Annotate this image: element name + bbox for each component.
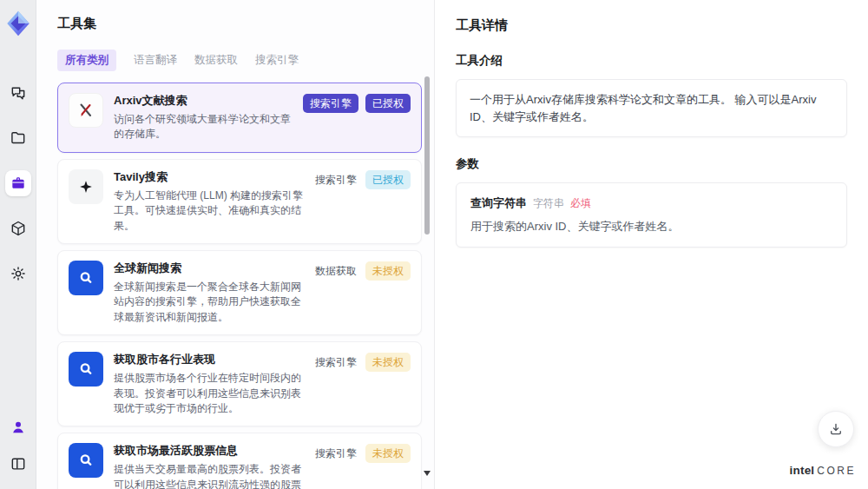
brand-intel-text: intel	[790, 464, 815, 477]
tools-nav-button[interactable]	[5, 170, 31, 196]
folder-icon	[10, 129, 27, 147]
tool-title: 获取市场最活跃股票信息	[114, 443, 303, 459]
briefcase-icon	[10, 175, 27, 192]
download-icon	[828, 421, 844, 437]
parameter-description: 用于搜索的Arxiv ID、关键字或作者姓名。	[470, 219, 832, 235]
auth-status-badge: 已授权	[365, 170, 411, 189]
detail-title: 工具详情	[456, 17, 847, 34]
download-button[interactable]	[818, 411, 854, 447]
tool-title: Arxiv文献搜索	[114, 93, 293, 109]
category-badge: 搜索引擎	[313, 170, 358, 189]
tool-card-active-stocks[interactable]: 获取市场最活跃股票信息 提供当天交易量最高的股票列表。投资者可以利用这些信息来识…	[57, 433, 422, 489]
tab-data-fetching[interactable]: 数据获取	[194, 50, 238, 71]
tool-description: 全球新闻搜索是一个聚合全球各大新闻网站内容的搜索引擎，帮助用户快速获取全球最新资…	[114, 280, 303, 325]
auth-status-badge: 未授权	[365, 444, 411, 463]
auth-status-badge: 未授权	[365, 353, 411, 372]
toggle-panel-button[interactable]	[5, 451, 31, 477]
tool-description: 提供当天交易量最高的股票列表。投资者可以利用这些信息来识别流动性强的股票和潜在的…	[114, 462, 303, 489]
search-app-logo-icon	[69, 352, 103, 387]
parameter-type: 字符串	[533, 196, 564, 211]
intro-heading: 工具介绍	[456, 53, 847, 69]
category-badge: 搜索引擎	[303, 94, 358, 113]
tool-card-arxiv[interactable]: Arxiv文献搜索 访问各个研究领域大量科学论文和文章的存储库。 搜索引擎 已授…	[57, 83, 422, 153]
arxiv-logo-icon	[69, 93, 103, 128]
tool-title: 全球新闻搜索	[114, 261, 303, 276]
cube-icon	[10, 220, 27, 237]
panel-layout-icon	[10, 455, 27, 472]
scrollbar-down-arrow-icon[interactable]	[424, 471, 431, 476]
auth-status-badge: 已授权	[365, 94, 411, 113]
tool-description: 提供股票市场各个行业在特定时间段内的表现。投资者可以利用这些信息来识别表现优于或…	[114, 371, 303, 416]
category-tabs: 所有类别 语言翻译 数据获取 搜索引擎	[57, 50, 411, 71]
search-app-logo-icon	[69, 443, 103, 478]
scrollbar-thumb[interactable]	[424, 76, 430, 235]
chat-icon	[10, 84, 27, 102]
tool-card-stock-sectors[interactable]: 获取股市各行业表现 提供股票市场各个行业在特定时间段内的表现。投资者可以利用这些…	[57, 341, 422, 426]
tool-detail-panel: 工具详情 工具介绍 一个用于从Arxiv存储库搜索科学论文和文章的工具。 输入可…	[434, 0, 868, 489]
icon-rail	[0, 0, 36, 489]
intro-text: 一个用于从Arxiv存储库搜索科学论文和文章的工具。 输入可以是Arxiv ID…	[456, 79, 847, 137]
brand-core-text: core	[817, 465, 856, 477]
rail-bottom	[5, 414, 31, 477]
params-heading: 参数	[456, 156, 847, 172]
list-scrollbar[interactable]	[424, 73, 430, 478]
packages-nav-button[interactable]	[5, 215, 31, 241]
category-badge: 搜索引擎	[313, 444, 358, 463]
category-badge: 搜索引擎	[313, 353, 358, 372]
page-title: 工具集	[57, 16, 411, 32]
tab-all-categories[interactable]: 所有类别	[57, 50, 116, 71]
tool-card-list: Arxiv文献搜索 访问各个研究领域大量科学论文和文章的存储库。 搜索引擎 已授…	[57, 83, 422, 489]
rail-nav	[5, 80, 31, 287]
category-badge: 数据获取	[313, 261, 358, 281]
parameter-required-flag: 必填	[570, 196, 591, 211]
tool-card-global-news[interactable]: 全球新闻搜索 全球新闻搜索是一个聚合全球各大新闻网站内容的搜索引擎，帮助用户快速…	[57, 250, 422, 335]
chat-nav-button[interactable]	[5, 80, 31, 106]
app-window: 工具集 所有类别 语言翻译 数据获取 搜索引擎 Arxiv文献搜索 访问	[0, 0, 868, 489]
auth-status-badge: 未授权	[365, 261, 411, 281]
user-icon	[10, 419, 27, 436]
search-app-logo-icon	[69, 261, 103, 295]
tool-title: Tavily搜索	[114, 169, 303, 185]
files-nav-button[interactable]	[5, 125, 31, 151]
intel-core-logo: intel core	[790, 464, 856, 477]
tab-language-translation[interactable]: 语言翻译	[134, 50, 177, 71]
tab-search-engine[interactable]: 搜索引擎	[255, 50, 299, 71]
settings-nav-button[interactable]	[5, 261, 31, 287]
tool-description: 专为人工智能代理 (LLM) 构建的搜索引擎工具。可快速提供实时、准确和真实的结…	[114, 188, 303, 234]
parameter-name: 查询字符串	[470, 195, 527, 211]
account-button[interactable]	[5, 414, 31, 440]
tool-card-tavily[interactable]: Tavily搜索 专为人工智能代理 (LLM) 构建的搜索引擎工具。可快速提供实…	[57, 159, 422, 244]
tool-list-panel: 工具集 所有类别 语言翻译 数据获取 搜索引擎 Arxiv文献搜索 访问	[36, 0, 434, 489]
app-logo-icon	[3, 9, 33, 38]
tool-description: 访问各个研究领域大量科学论文和文章的存储库。	[114, 112, 293, 142]
parameter-item: 查询字符串 字符串 必填 用于搜索的Arxiv ID、关键字或作者姓名。	[456, 182, 847, 248]
gear-icon	[10, 265, 27, 282]
tool-title: 获取股市各行业表现	[114, 352, 303, 367]
tavily-logo-icon	[69, 169, 103, 204]
